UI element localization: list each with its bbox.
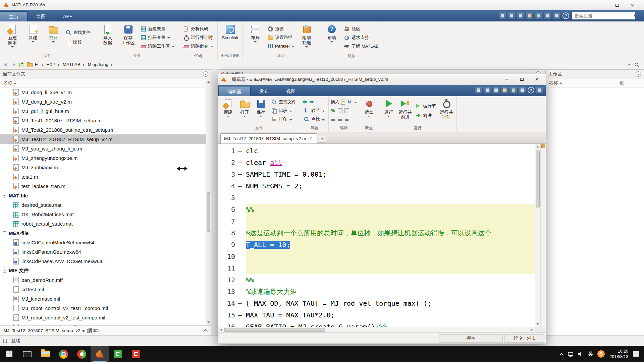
- red-app-button[interactable]: [127, 346, 145, 362]
- code-line[interactable]: 7: [218, 216, 535, 227]
- editor-vertical-scrollbar[interactable]: [535, 144, 540, 327]
- scroll-down-icon[interactable]: [536, 323, 539, 325]
- file-row[interactable]: MJ_zhengyundongxue.m: [0, 153, 206, 163]
- copy-icon[interactable]: [493, 87, 499, 94]
- matlab-taskbar-button[interactable]: [91, 346, 109, 362]
- taskbar-clock[interactable]: 10:20 2018/8/13: [609, 349, 628, 359]
- cut-icon[interactable]: [484, 87, 491, 94]
- compare-button[interactable]: 比较: [64, 38, 92, 47]
- breadcrumb-segment[interactable]: EXP: [46, 62, 63, 67]
- switch-windows-icon[interactable]: [553, 12, 560, 19]
- analyze-code-button[interactable]: 分析代码: [182, 24, 215, 33]
- tab-view[interactable]: 视图: [277, 86, 304, 96]
- file-row[interactable]: linksCdPhaseUVW_DCGet.mexw64: [0, 256, 206, 266]
- editor-horizontal-scrollbar[interactable]: [218, 327, 535, 333]
- run-and-time-button[interactable]: 运行并计时: [182, 33, 215, 42]
- code-line[interactable]: 4 NUM_SEGMS = 2;: [218, 180, 535, 192]
- preferences-button[interactable]: 预设: [266, 24, 296, 33]
- up-one-level-button[interactable]: [19, 62, 25, 67]
- tab-publish[interactable]: 发布: [251, 86, 277, 96]
- workspace-value-column[interactable]: 值: [616, 80, 644, 86]
- code-line[interactable]: 9 T_ALL = 10;: [218, 239, 535, 251]
- editor-open-button[interactable]: 打开: [237, 97, 252, 124]
- breadcrumb-segment[interactable]: E:: [35, 62, 46, 67]
- file-row[interactable]: MAT-file: [0, 191, 206, 200]
- parallel-button[interactable]: Parallel: [266, 42, 296, 50]
- file-row[interactable]: linksCdParamGet.mexw64: [0, 247, 206, 256]
- collapse-icon[interactable]: [3, 194, 6, 197]
- community-button[interactable]: 社区: [342, 24, 380, 33]
- file-row[interactable]: MEX-file: [0, 228, 206, 238]
- open-variable-button[interactable]: 打开变量: [139, 33, 176, 42]
- help-icon[interactable]: ?: [562, 12, 569, 19]
- scroll-down-icon[interactable]: [207, 321, 210, 323]
- maximize-button[interactable]: [610, 0, 625, 10]
- close-button[interactable]: ×: [625, 0, 640, 10]
- collapse-icon[interactable]: [3, 231, 6, 235]
- code-area[interactable]: 1 clc 2 clear all 3 SAMPLE_TIME = 0.001;: [218, 144, 535, 327]
- file-row[interactable]: MJ_robot_control_v2_test_compo.mif: [0, 313, 206, 322]
- folder-search-icon[interactable]: [634, 62, 639, 67]
- action-center-icon[interactable]: [633, 351, 639, 357]
- forward-button[interactable]: [11, 62, 17, 68]
- doc-search-box[interactable]: [572, 12, 635, 20]
- help-icon[interactable]: ?: [528, 87, 534, 94]
- breakpoints-button[interactable]: 断点: [361, 97, 377, 124]
- close-tab-icon[interactable]: [309, 137, 313, 141]
- start-button[interactable]: [0, 346, 18, 362]
- scrollbar-thumb[interactable]: [207, 192, 210, 232]
- code-line[interactable]: 3 SAMPLE_TIME = 0.001;: [218, 169, 535, 180]
- clear-commands-button[interactable]: 清除命令: [182, 42, 215, 50]
- chrome-button[interactable]: [54, 346, 72, 362]
- find-button[interactable]: 查找: [302, 115, 326, 124]
- add-ons-button[interactable]: 附加 功能: [297, 23, 316, 52]
- goto-button[interactable]: 转至: [302, 107, 326, 115]
- file-explorer-button[interactable]: [36, 346, 54, 362]
- import-data-button[interactable]: 导入 数据: [98, 23, 117, 52]
- task-view-button[interactable]: [18, 346, 36, 362]
- file-row[interactable]: test_laplace_tran.m: [0, 181, 206, 191]
- editor-save-button[interactable]: 保存: [253, 97, 269, 124]
- wrap-comments-icon[interactable]: [344, 108, 350, 113]
- undo-icon[interactable]: [510, 87, 517, 94]
- tab-home[interactable]: 主页: [0, 11, 28, 21]
- editor-compare-button[interactable]: 比较: [270, 107, 298, 115]
- code-line[interactable]: 10: [218, 251, 535, 262]
- run-and-time-button[interactable]: 运行并 计时: [439, 97, 454, 124]
- layout-button[interactable]: 布局: [246, 23, 265, 52]
- set-path-button[interactable]: 设置路径: [266, 33, 296, 42]
- run-and-advance-button[interactable]: 运行并 前进: [397, 97, 413, 124]
- save-icon[interactable]: [475, 87, 482, 94]
- breadcrumb-segment[interactable]: MATLAB: [63, 62, 88, 67]
- file-row[interactable]: MJ_zuobiaoxi.m: [0, 163, 206, 172]
- new-button[interactable]: 新建: [23, 23, 43, 52]
- indent-left-icon[interactable]: [337, 117, 343, 122]
- file-row[interactable]: robot_actual_state.mat: [0, 219, 206, 228]
- copy-icon[interactable]: [517, 12, 524, 19]
- browser-button[interactable]: [72, 346, 91, 362]
- dock-icon[interactable]: [536, 87, 543, 94]
- code-line[interactable]: 15 MAX_TAU = MAX_TAU*2.0;: [218, 309, 535, 321]
- file-row[interactable]: ban_demoRun.mif: [0, 275, 206, 285]
- tab-editor[interactable]: 编辑器: [218, 86, 251, 96]
- green-app-button[interactable]: [109, 346, 127, 362]
- tab-apps[interactable]: APP: [54, 11, 81, 21]
- file-row[interactable]: MJ_gui_ji_gui_hua.m: [0, 106, 206, 116]
- code-line[interactable]: 12 %%: [218, 274, 535, 286]
- sogou-input-icon[interactable]: [597, 350, 605, 358]
- file-row[interactable]: MJ_Test12_201807_RTSIM_setup_v2.m: [0, 134, 206, 144]
- cut-icon[interactable]: [508, 12, 515, 19]
- editor-close-button[interactable]: ×: [529, 74, 544, 84]
- find-files-button[interactable]: 查找文件: [64, 28, 92, 37]
- scroll-up-icon[interactable]: [536, 145, 539, 147]
- help-button[interactable]: 帮助: [322, 23, 341, 52]
- new-variable-button[interactable]: 新建变量: [139, 24, 176, 33]
- new-tab-button[interactable]: [318, 134, 326, 143]
- back-button[interactable]: [3, 62, 9, 68]
- file-row[interactable]: MJ_dong_li_xue_v2.m: [0, 97, 206, 106]
- code-line[interactable]: 13 %减速端最大力矩: [218, 286, 535, 298]
- new-script-button[interactable]: 新建 脚本: [3, 23, 22, 52]
- simulink-button[interactable]: Simulink: [220, 23, 240, 52]
- workspace-name-column[interactable]: 名称: [546, 78, 616, 87]
- collapse-icon[interactable]: [3, 269, 6, 273]
